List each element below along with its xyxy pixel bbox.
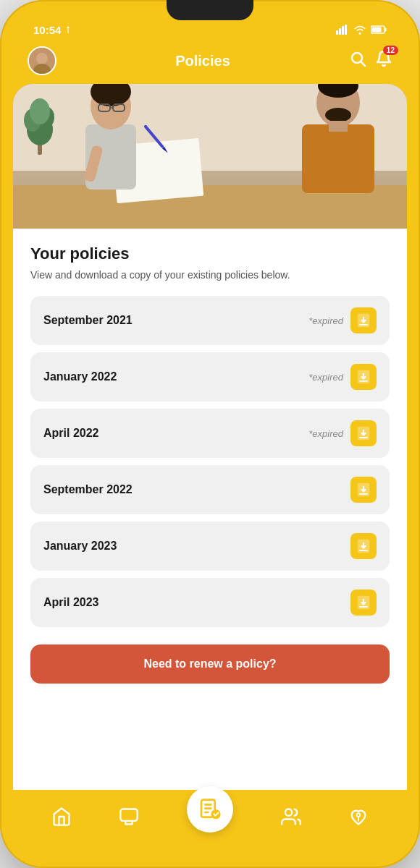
header-actions: 12: [349, 50, 392, 72]
search-button[interactable]: [349, 50, 366, 72]
status-time: 10:54: [33, 24, 72, 36]
policy-item: January 2023: [30, 522, 390, 571]
wellness-icon: [348, 807, 369, 827]
policy-name: September 2021: [43, 314, 133, 327]
download-button[interactable]: [350, 477, 377, 503]
messages-icon: [119, 807, 139, 827]
svg-rect-37: [121, 809, 138, 821]
hero-image: [13, 84, 407, 229]
nav-people[interactable]: [281, 807, 301, 827]
download-icon: [356, 312, 371, 328]
policy-right: *expired: [308, 420, 377, 446]
download-icon: [356, 595, 371, 610]
svg-rect-3: [345, 25, 347, 35]
svg-rect-1: [339, 28, 341, 35]
expired-label: *expired: [308, 372, 343, 383]
download-button[interactable]: [350, 364, 377, 390]
policy-right: *expired: [308, 307, 377, 333]
download-icon: [356, 482, 371, 498]
svg-rect-2: [342, 26, 344, 35]
wifi-icon: [353, 25, 366, 35]
notch: [167, 0, 253, 20]
app-header: Policies 12: [13, 42, 407, 84]
svg-rect-0: [336, 30, 338, 35]
notification-button[interactable]: 12: [375, 50, 392, 72]
expired-label: *expired: [308, 428, 343, 439]
svg-point-16: [30, 98, 50, 124]
renew-button[interactable]: Need to renew a policy?: [30, 644, 390, 684]
download-icon: [356, 369, 371, 385]
svg-rect-6: [385, 28, 387, 32]
policies-body: Your policies View and download a copy o…: [13, 229, 407, 790]
phone-screen: 10:54: [13, 13, 407, 855]
policy-right: [350, 533, 377, 559]
people-icon: [281, 807, 301, 827]
home-icon: [51, 807, 72, 827]
battery-icon: [371, 25, 387, 34]
section-title: Your policies: [30, 244, 390, 263]
policy-item: September 2021*expired: [30, 296, 390, 345]
svg-rect-24: [302, 124, 374, 193]
policy-list: September 2021*expired January 2022*expi…: [30, 296, 390, 627]
policy-right: [350, 590, 377, 616]
avatar[interactable]: [28, 46, 56, 75]
nav-policies-center[interactable]: [187, 786, 233, 833]
policy-name: January 2023: [43, 540, 117, 553]
download-button[interactable]: [350, 533, 377, 559]
svg-point-27: [325, 108, 351, 122]
download-icon: [356, 425, 371, 441]
policy-item: January 2022*expired: [30, 352, 390, 401]
policy-name: January 2022: [43, 370, 117, 383]
person-1: [71, 84, 151, 192]
nav-home[interactable]: [51, 807, 72, 827]
svg-point-43: [285, 809, 291, 816]
status-icons: [336, 25, 387, 35]
notification-badge: 12: [383, 46, 398, 55]
person-2: [291, 84, 385, 196]
content-area: Your policies View and download a copy o…: [13, 84, 407, 790]
phone-frame: 10:54: [0, 0, 420, 868]
policies-center-icon: [198, 798, 222, 821]
download-icon: [356, 538, 371, 554]
policy-name: September 2022: [43, 483, 133, 496]
policy-name: April 2022: [43, 427, 98, 440]
svg-rect-5: [372, 27, 382, 33]
policy-item: April 2023: [30, 578, 390, 627]
plant-decoration: [22, 90, 58, 158]
section-description: View and download a copy of your existin…: [30, 268, 390, 283]
signal-icon: [336, 25, 349, 35]
policy-right: *expired: [308, 364, 377, 390]
bottom-nav: [13, 790, 407, 855]
download-button[interactable]: [350, 307, 377, 333]
nav-wellness[interactable]: [348, 807, 369, 827]
nav-messages[interactable]: [119, 807, 139, 827]
policy-name: April 2023: [43, 596, 98, 609]
policy-item: September 2022: [30, 465, 390, 514]
svg-rect-28: [329, 121, 348, 132]
header-title: Policies: [175, 53, 230, 69]
policy-item: April 2022*expired: [30, 409, 390, 458]
svg-line-11: [361, 62, 365, 67]
avatar-image: [29, 48, 55, 74]
policy-right: [350, 477, 377, 503]
location-icon: [64, 25, 72, 34]
expired-label: *expired: [308, 315, 343, 326]
time-display: 10:54: [33, 24, 61, 36]
download-button[interactable]: [350, 420, 377, 446]
download-button[interactable]: [350, 590, 377, 616]
svg-point-8: [36, 53, 48, 64]
